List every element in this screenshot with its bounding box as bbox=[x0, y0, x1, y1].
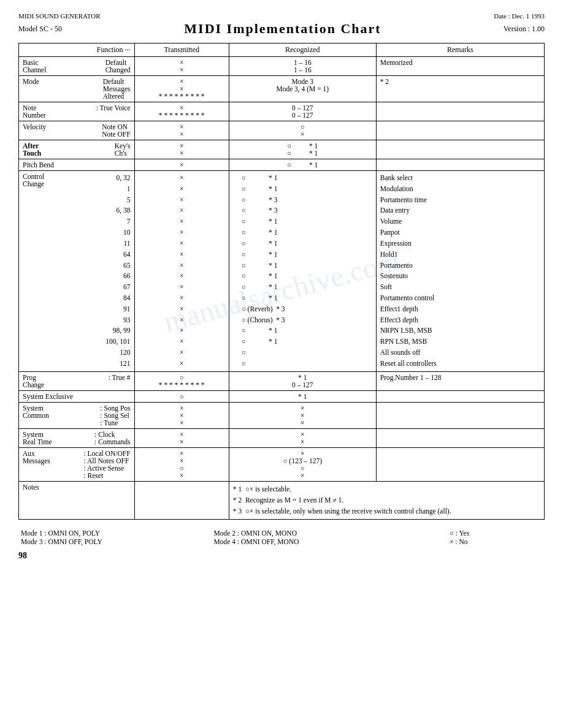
table-row: AfterTouch Key'sCh's ×× ○ * 1○ * 1 bbox=[19, 140, 545, 159]
table-row: Pitch Bend × ○ * 1 bbox=[19, 159, 545, 171]
table-row: SystemReal Time : Clock: Commands ×× ×× bbox=[19, 428, 545, 447]
version-label: Version : 1.00 bbox=[504, 25, 545, 34]
mode2-label: Mode 2 : OMNI ON, MONO bbox=[212, 529, 413, 537]
function-cell: Pitch Bend bbox=[19, 159, 135, 171]
function-cell: NoteNumber : True Voice bbox=[19, 102, 135, 121]
header-top-left: MIDI SOUND GENERATOR bbox=[18, 12, 101, 20]
table-row: ProgChange : True # ○* * * * * * * * * *… bbox=[19, 371, 545, 390]
notes-row: Notes * 1 ○× is selectable. * 2 Recogniz… bbox=[19, 481, 545, 519]
table-row: SystemCommon : Song Pos: Song Sel: Tune … bbox=[19, 402, 545, 428]
table-row: NoteNumber : True Voice ×* * * * * * * *… bbox=[19, 102, 545, 121]
function-cell: AuxMessages : Local ON/OFF: All Notes OF… bbox=[19, 447, 135, 481]
function-cell: Velocity Note ONNote OFF bbox=[19, 121, 135, 140]
table-row: Mode DefaultMessagesAltered ××* * * * * … bbox=[19, 76, 545, 102]
function-cell: SystemCommon : Song Pos: Song Sel: Tune bbox=[19, 402, 135, 428]
table-row: Velocity Note ONNote OFF ×× ○× bbox=[19, 121, 545, 140]
x-no-label: × : No bbox=[413, 537, 545, 546]
function-cell: Mode DefaultMessagesAltered bbox=[19, 76, 135, 102]
notes-label: Notes bbox=[19, 481, 135, 519]
function-cell: BasicChannel DefaultChanged bbox=[19, 57, 135, 76]
o-yes-label: ○ : Yes bbox=[413, 529, 545, 537]
model-label: Model SC - 50 bbox=[18, 25, 62, 34]
header-model: Model SC - 50 MIDI Implementation Chart … bbox=[18, 21, 545, 37]
midi-implementation-table: Function ··· Transmitted Recognized Rema… bbox=[18, 43, 545, 520]
function-cell: System Exclusive bbox=[19, 390, 135, 402]
header-top: MIDI SOUND GENERATOR Date : Dec. 1 1993 bbox=[18, 12, 545, 20]
mode3-label: Mode 3 : OMNI OFF, POLY bbox=[18, 537, 212, 546]
table-row: AuxMessages : Local ON/OFF: All Notes OF… bbox=[19, 447, 545, 481]
function-cell: AfterTouch Key'sCh's bbox=[19, 140, 135, 159]
table-header-row: Function ··· Transmitted Recognized Rema… bbox=[19, 44, 545, 57]
function-cell: ProgChange : True # bbox=[19, 371, 135, 390]
footer-modes: Mode 1 : OMNI ON, POLY Mode 2 : OMNI ON,… bbox=[18, 529, 545, 546]
col-header-transmitted: Transmitted bbox=[134, 44, 229, 57]
notes-content: * 1 ○× is selectable. * 2 Recognize as M… bbox=[229, 481, 544, 519]
table-row: System Exclusive ○ * 1 bbox=[19, 390, 545, 402]
header-top-right: Date : Dec. 1 1993 bbox=[494, 12, 545, 20]
table-row: BasicChannel DefaultChanged ×× 1 – 161 –… bbox=[19, 57, 545, 76]
mode4-label: Mode 4 : OMNI OFF, MONO bbox=[212, 537, 413, 546]
col-header-recognized: Recognized bbox=[229, 44, 376, 57]
page-title: MIDI Implementation Chart bbox=[62, 21, 504, 37]
col-header-function: Function ··· bbox=[19, 44, 135, 57]
function-cell: SystemReal Time : Clock: Commands bbox=[19, 428, 135, 447]
mode1-label: Mode 1 : OMNI ON, POLY bbox=[18, 529, 212, 537]
page-number: 98 bbox=[18, 551, 545, 561]
function-cell: ControlChange 0, 32156, 3871011646566678… bbox=[19, 171, 135, 372]
table-row: ControlChange 0, 32156, 3871011646566678… bbox=[19, 171, 545, 372]
col-header-remarks: Remarks bbox=[376, 44, 544, 57]
